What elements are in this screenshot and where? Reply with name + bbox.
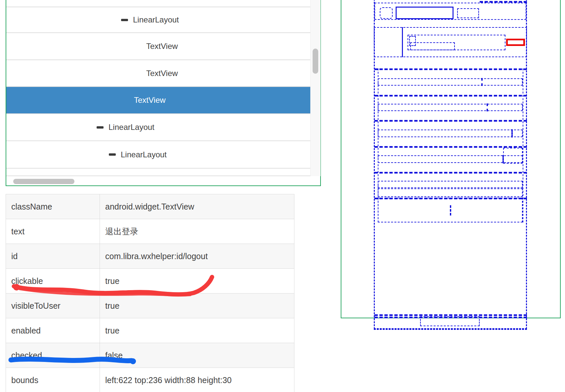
properties-table: classNameandroid.widget.TextViewtext退出登录… — [6, 194, 294, 392]
prop-key: text — [6, 219, 100, 244]
list-item-bounds[interactable] — [378, 188, 523, 197]
tree-row-partial — [6, 169, 310, 176]
hierarchy-tree: LinearLayoutTextViewTextViewTextViewLine… — [6, 0, 310, 176]
list-divider — [374, 95, 527, 97]
bottom-heavy-line — [374, 314, 527, 316]
list-item-bounds[interactable] — [378, 181, 523, 188]
center-caret-bounds[interactable] — [450, 205, 451, 216]
tree-row-LinearLayout[interactable]: LinearLayout — [6, 114, 310, 141]
prop-key: checked — [6, 343, 100, 368]
prop-value: true — [100, 269, 294, 293]
nav-bar-bounds[interactable] — [420, 316, 480, 326]
tree-row-TextView[interactable]: TextView — [6, 87, 310, 114]
horizontal-scrollbar-thumb[interactable] — [13, 179, 74, 184]
tree-row-LinearLayout[interactable]: LinearLayout — [6, 141, 310, 169]
list-item-bounds[interactable] — [378, 130, 523, 137]
selected-element-highlight[interactable] — [506, 39, 525, 46]
prop-value: left:622 top:236 width:88 height:30 — [100, 368, 294, 392]
prop-value: true — [100, 318, 294, 343]
list-divider — [374, 68, 527, 70]
prop-value: 退出登录 — [100, 219, 294, 244]
vertical-scrollbar-thumb[interactable] — [313, 49, 318, 74]
wxid-text-bounds[interactable] — [410, 42, 455, 50]
tree-row-label: LinearLayout — [133, 15, 179, 24]
tree-row-label: TextView — [146, 69, 178, 78]
prop-row-clickable: clickabletrue — [6, 269, 294, 294]
status-right-bounds[interactable] — [457, 8, 479, 18]
top-heavy-line — [480, 1, 527, 3]
status-icon-bounds[interactable] — [380, 7, 393, 19]
prop-value: true — [100, 294, 294, 318]
prop-key: clickable — [6, 269, 100, 293]
prop-key: id — [6, 244, 100, 268]
collapse-icon[interactable] — [121, 19, 128, 21]
text-caret-bounds[interactable] — [481, 78, 483, 86]
prop-row-className: classNameandroid.widget.TextView — [6, 194, 294, 219]
prop-row-bounds: boundsleft:622 top:236 width:88 height:3… — [6, 368, 294, 392]
prop-key: enabled — [6, 318, 100, 343]
list-item-bounds[interactable] — [378, 78, 523, 86]
tree-row-label: LinearLayout — [109, 123, 154, 132]
outer-bottom-line — [374, 329, 527, 330]
avatar-bounds[interactable] — [374, 27, 403, 57]
prop-key: bounds — [6, 368, 100, 392]
list-divider — [374, 120, 527, 122]
tree-row-partial — [6, 0, 310, 7]
prop-value: android.widget.TextView — [100, 194, 294, 219]
nested-item-bounds[interactable] — [503, 148, 523, 164]
tree-row-LinearLayout[interactable]: LinearLayout — [6, 7, 310, 33]
title-bounds[interactable] — [396, 7, 454, 19]
text-caret-bounds[interactable] — [487, 103, 488, 111]
prop-row-enabled: enabledtrue — [6, 318, 294, 343]
tree-row-TextView[interactable]: TextView — [6, 60, 310, 87]
list-right-edge — [523, 68, 523, 222]
vertical-scrollbar-track[interactable] — [310, 0, 321, 176]
list-item-bounds[interactable] — [378, 104, 523, 111]
ui-inspector-page: LinearLayoutTextViewTextViewTextViewLine… — [0, 0, 565, 392]
prop-value: com.libra.wxhelper:id/logout — [100, 244, 294, 268]
prop-key: className — [6, 194, 100, 219]
list-divider — [374, 172, 527, 174]
collapse-icon[interactable] — [97, 126, 104, 129]
prop-row-checked: checkedfalse — [6, 343, 294, 368]
collapse-icon[interactable] — [109, 153, 116, 156]
tree-row-label: TextView — [134, 96, 166, 105]
prop-row-text: text退出登录 — [6, 219, 294, 244]
tree-row-label: LinearLayout — [121, 150, 167, 159]
text-caret-bounds[interactable] — [511, 129, 513, 137]
prop-value: false — [100, 343, 294, 368]
tree-row-TextView[interactable]: TextView — [6, 33, 310, 60]
prop-row-visibleToUser: visibleToUsertrue — [6, 294, 294, 318]
prop-row-id: idcom.libra.wxhelper:id/logout — [6, 244, 294, 269]
prop-key: visibleToUser — [6, 294, 100, 318]
tree-row-label: TextView — [146, 42, 178, 51]
list-item-bounds[interactable] — [378, 155, 523, 163]
